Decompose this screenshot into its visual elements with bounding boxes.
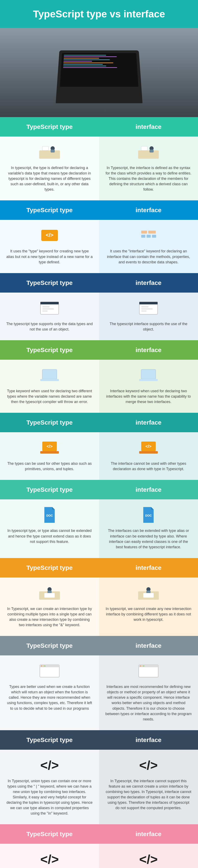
svg-rect-21 [139,302,158,304]
row-10: </> In Typescript, type again does not s… [0,844,198,868]
svg-point-49 [44,665,45,666]
row-2-right: It uses the "interface" keyword for decl… [105,248,192,265]
svg-rect-27 [141,369,156,379]
row-1-right: In Typescript, the interface is defined … [105,165,192,192]
col-right-label: interface [99,117,198,136]
svg-rect-13 [147,235,151,238]
row-1-left: In typescript, the type is defined for d… [6,165,93,192]
desk-overhead-icon [37,584,62,602]
row-7: In Typescript, we can create an intersec… [0,578,198,636]
doc-file-icon: DOC [37,505,62,524]
svg-rect-5 [141,146,147,150]
row-header-3: TypeScript type interface [0,273,198,292]
row-3: The typescript type supports only the da… [0,292,198,340]
desk-overhead-icon [136,584,161,602]
svg-text:</>: </> [40,758,59,772]
svg-text:</>: </> [139,852,158,866]
row-header-10: TypeScript type interface [0,824,198,844]
svg-rect-40 [45,593,55,597]
row-7-left: In Typescript, we can create an intersec… [6,606,93,628]
desk-person-icon [136,143,161,161]
browser-window-icon [37,662,62,680]
row-header-6: TypeScript type interface [0,480,198,499]
svg-point-48 [43,665,44,666]
laptop-icon [136,366,161,384]
row-9-left: In Typescript, union types can contain o… [6,778,93,816]
row-1: In typescript, the type is defined for d… [0,136,198,200]
hero-image [0,28,198,117]
code-bracket-icon: </> [136,756,161,775]
desk-person-icon [37,143,62,161]
row-8-right: Interfaces are most recommended for defi… [105,684,192,722]
svg-text:</>: </> [145,444,151,448]
svg-rect-44 [143,593,153,597]
svg-point-52 [140,665,141,666]
window-icon [136,299,161,317]
row-2-left: It uses the "type" keyword for creating … [6,248,93,265]
svg-rect-43 [146,591,150,593]
code-bracket-icon: </> [37,756,62,775]
svg-text:</>: </> [46,232,54,238]
row-2: </> It uses the "type" keyword for creat… [0,220,198,273]
row-header-2: TypeScript type interface [0,200,198,220]
row-4-right: Interface keyword when used for declarin… [105,388,192,404]
svg-point-53 [142,665,143,666]
orange-code-laptop-icon: </> [37,438,62,457]
infographic-container: TypeScript type vs interface TypeScript … [0,0,198,868]
svg-rect-25 [42,369,57,379]
col-left-label: TypeScript type [0,117,99,136]
row-8-left: Types are better used when we create a f… [6,684,93,711]
row-header-7: TypeScript type interface [0,558,198,578]
svg-text:</>: </> [139,758,158,772]
row-5: </> The types can be used for other type… [0,432,198,480]
code-bracket-icon: </> [136,850,161,868]
code-bracket-icon: </> [37,850,62,868]
row-9: </> In Typescript, union types can conta… [0,750,198,825]
svg-rect-28 [139,379,158,381]
row-header-1: TypeScript type interface [0,117,198,136]
main-title: TypeScript type vs interface [0,0,198,28]
laptop-illustration [56,50,142,103]
svg-rect-11 [148,230,156,234]
svg-text:DOC: DOC [46,514,53,517]
row-6: DOC In typescript type, or type alias ca… [0,499,198,558]
row-9-right: In Typescript, the interface cannot supp… [105,778,192,811]
window-icon [37,299,62,317]
svg-rect-12 [141,235,145,238]
row-4-left: Type keyword when used for declaring two… [6,388,93,404]
layout-blocks-icon [136,226,161,245]
svg-rect-3 [51,150,55,153]
svg-rect-16 [40,302,59,304]
svg-text:</>: </> [40,852,59,866]
laptop-icon [37,366,62,384]
row-7-right: In typescript, we cannot create any new … [105,606,192,622]
svg-rect-14 [152,235,156,238]
svg-text:</>: </> [47,444,53,448]
row-header-8: TypeScript type interface [0,636,198,655]
svg-rect-4 [138,150,159,159]
row-6-right: The interfaces can be extended with type… [105,528,192,550]
svg-rect-26 [40,379,59,381]
row-4: Type keyword when used for declaring two… [0,360,198,413]
svg-text:DOC: DOC [145,514,152,517]
svg-rect-7 [149,150,153,153]
svg-rect-10 [141,230,147,234]
svg-rect-0 [39,150,60,159]
svg-rect-30 [40,451,59,454]
svg-point-54 [143,665,144,666]
orange-code-laptop-icon: </> [136,438,161,457]
svg-rect-1 [42,146,49,150]
code-tag-icon: </> [37,226,62,245]
doc-file-icon: DOC [136,505,161,524]
row-5-right: The interface cannot be used with other … [105,461,192,472]
row-header-5: TypeScript type interface [0,413,198,432]
svg-rect-39 [48,591,52,593]
row-3-left: The typescript type supports only the da… [6,321,93,332]
row-header-9: TypeScript type interface [0,730,198,750]
svg-point-47 [41,665,42,666]
svg-rect-33 [139,451,158,454]
row-5-left: The types can be used for other types al… [6,461,93,472]
browser-window-icon [136,662,161,680]
row-6-left: In typescript type, or type alias cannot… [6,528,93,544]
row-3-right: The typescript interface supports the us… [105,321,192,332]
